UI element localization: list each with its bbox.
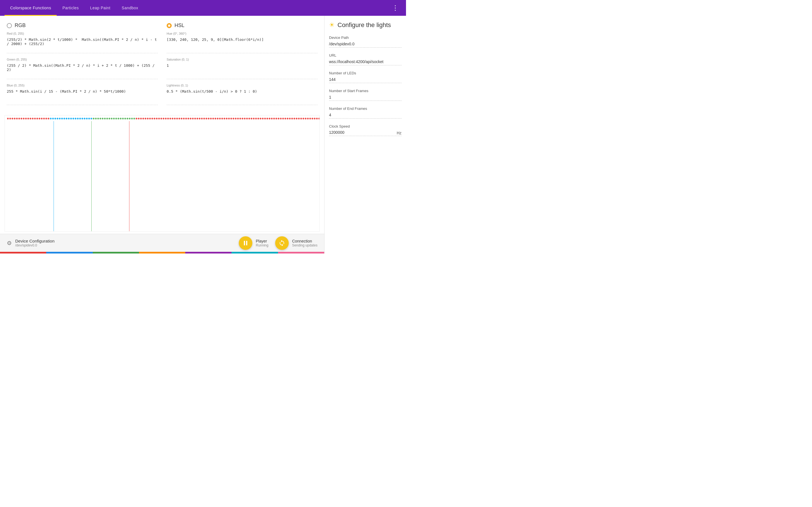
led-dot (106, 118, 108, 119)
blue-input[interactable] (7, 88, 158, 105)
led-dot (291, 118, 293, 119)
led-dot (129, 118, 131, 119)
rgb-radio[interactable] (7, 23, 12, 28)
topnav: Colorspace Functions Particles Leap Pain… (0, 0, 406, 16)
led-dot (318, 118, 320, 119)
led-dot (199, 118, 200, 119)
viz-vline (91, 121, 92, 231)
led-dot (181, 118, 183, 119)
device-path-label: Device Path (329, 36, 402, 40)
led-dot (156, 118, 158, 119)
led-dot (43, 118, 45, 119)
connection-status: Sending updates (292, 243, 317, 247)
clock-speed-label: Clock Speed (329, 124, 402, 128)
num-start-frames-label: Number of Start Frames (329, 89, 402, 93)
device-details: Device Configuration /dev/spidev0.0 (15, 238, 54, 247)
panels-row: RGB Red (0, 255) Green (0, 255) Blue (0,… (0, 16, 324, 112)
device-path-field: Device Path (329, 36, 402, 48)
saturation-label: Saturation (0, 1) (167, 58, 317, 61)
led-dot (95, 118, 97, 119)
led-dot (296, 118, 297, 119)
led-dot (111, 118, 112, 119)
saturation-input[interactable] (167, 62, 317, 79)
led-dot (172, 118, 173, 119)
led-dot (257, 118, 259, 119)
led-dot (223, 118, 225, 119)
tab-particles[interactable]: Particles (57, 0, 84, 16)
player-button[interactable] (239, 236, 252, 250)
url-input[interactable] (329, 59, 402, 65)
colorbar-segment (232, 252, 278, 253)
led-dot (120, 118, 121, 119)
tab-sandbox[interactable]: Sandbox (116, 0, 144, 16)
num-start-frames-field: Number of Start Frames (329, 89, 402, 101)
led-dot (113, 118, 115, 119)
colorbar-segment (139, 252, 185, 253)
svg-rect-1 (246, 241, 247, 245)
clock-speed-input[interactable] (329, 130, 396, 136)
hue-field: Hue (0°, 360°) (167, 32, 317, 54)
device-name: Device Configuration (15, 238, 54, 243)
hue-label: Hue (0°, 360°) (167, 32, 317, 35)
green-input[interactable] (7, 62, 158, 79)
led-dot (41, 118, 43, 119)
connection-button[interactable] (275, 236, 289, 250)
led-dot (136, 118, 137, 119)
led-dot (169, 118, 171, 119)
led-dot (151, 118, 153, 119)
menu-button[interactable]: ⋮ (390, 2, 402, 14)
num-end-frames-field: Number of End Frames (329, 107, 402, 119)
led-dot (217, 118, 218, 119)
led-dot (163, 118, 164, 119)
device-path-input[interactable] (329, 42, 402, 48)
led-dot (183, 118, 185, 119)
hsl-title: HSL (174, 22, 185, 29)
connection-label: Connection (292, 239, 317, 243)
led-dot (264, 118, 266, 119)
num-leds-input[interactable] (329, 77, 402, 83)
player-status-group: Player Running (256, 239, 268, 247)
led-dot (79, 118, 81, 119)
led-dot (122, 118, 124, 119)
led-dot (18, 118, 20, 119)
led-dot (260, 118, 261, 119)
colorbar-segment (0, 252, 46, 253)
led-dot (194, 118, 196, 119)
player-status: Running (256, 243, 268, 247)
led-dot (52, 118, 54, 119)
tab-leap-paint[interactable]: Leap Paint (85, 0, 116, 16)
led-dot (140, 118, 142, 119)
hsl-panel-header: HSL (167, 22, 317, 29)
led-dot (221, 118, 223, 119)
led-dot (210, 118, 212, 119)
led-dot (109, 118, 110, 119)
led-dot (145, 118, 146, 119)
led-dot (126, 118, 128, 119)
led-dot (269, 118, 270, 119)
clock-speed-input-group: Hz (329, 130, 402, 136)
rgb-title: RGB (15, 22, 26, 29)
led-dot (280, 118, 282, 119)
lightness-input[interactable] (167, 88, 317, 105)
hsl-radio[interactable] (167, 23, 172, 28)
led-dot (294, 118, 295, 119)
connection-status-group: Connection Sending updates (292, 239, 317, 247)
num-end-frames-input[interactable] (329, 113, 402, 119)
hue-input[interactable] (167, 36, 317, 53)
led-dot (45, 118, 47, 119)
led-dot (124, 118, 126, 119)
led-dot (72, 118, 74, 119)
tab-colorspace-functions[interactable]: Colorspace Functions (4, 0, 57, 16)
led-dot (66, 118, 67, 119)
led-dot (233, 118, 234, 119)
red-input[interactable] (7, 36, 158, 53)
num-leds-label: Number of LEDs (329, 71, 402, 75)
player-label: Player (256, 239, 268, 243)
num-start-frames-input[interactable] (329, 95, 402, 101)
led-dot (7, 118, 9, 119)
led-dot (219, 118, 221, 119)
led-dot (149, 118, 151, 119)
led-dot (138, 118, 140, 119)
led-dot (316, 118, 318, 119)
led-dot (93, 118, 94, 119)
